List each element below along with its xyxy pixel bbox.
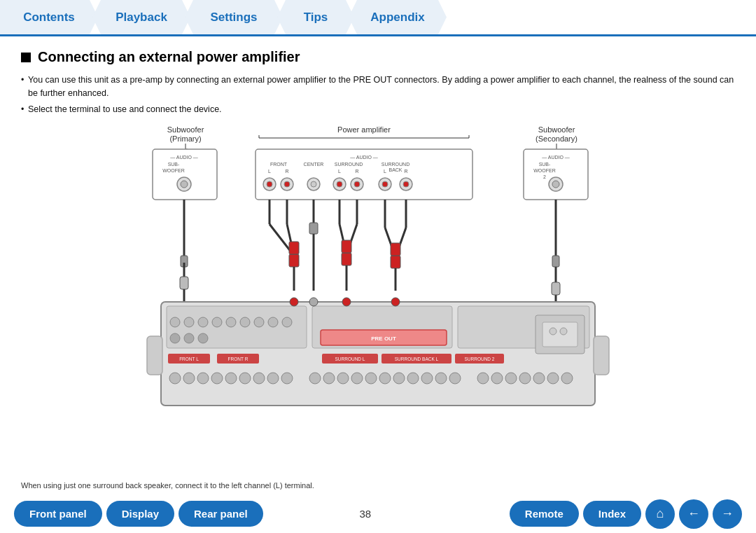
svg-text:— AUDIO —: — AUDIO — bbox=[350, 155, 378, 160]
svg-rect-74 bbox=[391, 256, 400, 268]
svg-text:SURROUND 2: SURROUND 2 bbox=[465, 357, 495, 361]
svg-rect-148 bbox=[594, 336, 609, 375]
tab-settings[interactable]: Settings bbox=[185, 0, 283, 34]
bullet-2: Select the terminal to use and connect t… bbox=[21, 103, 735, 116]
svg-point-132 bbox=[407, 373, 419, 384]
svg-point-95 bbox=[268, 317, 278, 327]
front-panel-button[interactable]: Front panel bbox=[14, 501, 102, 527]
svg-point-90 bbox=[198, 317, 208, 327]
svg-point-50 bbox=[552, 181, 559, 188]
svg-rect-78 bbox=[552, 256, 559, 267]
home-button[interactable]: ⌂ bbox=[645, 499, 675, 529]
svg-text:SURROUND: SURROUND bbox=[382, 162, 410, 167]
svg-point-125 bbox=[309, 373, 321, 384]
remote-button[interactable]: Remote bbox=[510, 501, 579, 527]
svg-point-99 bbox=[198, 333, 208, 343]
svg-rect-147 bbox=[147, 336, 162, 375]
svg-rect-67 bbox=[342, 253, 351, 265]
svg-point-39 bbox=[354, 181, 360, 187]
svg-text:SUB-: SUB- bbox=[168, 162, 180, 167]
svg-point-124 bbox=[281, 373, 293, 384]
svg-text:FRONT R: FRONT R bbox=[228, 357, 248, 361]
svg-text:FRONT: FRONT bbox=[270, 162, 288, 167]
svg-point-98 bbox=[184, 333, 194, 343]
svg-rect-57 bbox=[289, 254, 299, 267]
svg-point-118 bbox=[197, 373, 209, 384]
svg-point-133 bbox=[421, 373, 433, 384]
svg-point-126 bbox=[323, 373, 335, 384]
tab-tips[interactable]: Tips bbox=[277, 0, 354, 34]
svg-point-117 bbox=[183, 373, 195, 384]
svg-point-127 bbox=[337, 373, 349, 384]
svg-rect-144 bbox=[542, 322, 578, 347]
svg-point-37 bbox=[337, 181, 342, 187]
bottom-note: When using just one surround back speake… bbox=[21, 481, 314, 490]
svg-text:— AUDIO —: — AUDIO — bbox=[542, 155, 570, 160]
main-content: Connecting an external power amplifier Y… bbox=[0, 36, 756, 438]
svg-point-135 bbox=[449, 373, 461, 384]
forward-icon: → bbox=[721, 506, 734, 521]
svg-point-130 bbox=[379, 373, 391, 384]
svg-text:WOOFER: WOOFER bbox=[162, 168, 185, 173]
svg-point-43 bbox=[403, 181, 409, 187]
svg-point-122 bbox=[253, 373, 265, 384]
svg-text:BACK: BACK bbox=[388, 167, 402, 172]
svg-rect-80 bbox=[180, 277, 188, 289]
svg-point-138 bbox=[505, 373, 517, 384]
svg-text:L: L bbox=[268, 169, 271, 174]
svg-point-139 bbox=[519, 373, 531, 384]
display-button[interactable]: Display bbox=[106, 501, 174, 527]
svg-text:FRONT L: FRONT L bbox=[179, 357, 199, 361]
svg-point-146 bbox=[560, 328, 567, 335]
forward-button[interactable]: → bbox=[713, 499, 742, 529]
svg-point-16 bbox=[181, 181, 188, 188]
svg-point-120 bbox=[225, 373, 237, 384]
tab-appendix[interactable]: Appendix bbox=[349, 0, 447, 34]
back-button[interactable]: ← bbox=[679, 499, 708, 529]
svg-text:2: 2 bbox=[543, 174, 546, 179]
svg-point-136 bbox=[477, 373, 489, 384]
svg-text:L: L bbox=[338, 169, 341, 174]
svg-text:SUB-: SUB- bbox=[539, 162, 551, 167]
svg-point-121 bbox=[239, 373, 251, 384]
svg-point-92 bbox=[226, 317, 236, 327]
svg-point-119 bbox=[211, 373, 223, 384]
index-button[interactable]: Index bbox=[583, 501, 641, 527]
svg-point-105 bbox=[391, 298, 400, 306]
diagram-area: Subwoofer (Primary) Power amplifier Subw… bbox=[105, 123, 651, 424]
svg-text:WOOFER: WOOFER bbox=[533, 168, 556, 173]
home-icon: ⌂ bbox=[657, 506, 664, 521]
title-icon bbox=[21, 53, 31, 62]
svg-point-141 bbox=[547, 373, 559, 384]
svg-point-134 bbox=[435, 373, 447, 384]
svg-text:R: R bbox=[355, 169, 358, 174]
svg-rect-83 bbox=[552, 282, 560, 295]
svg-point-94 bbox=[254, 317, 264, 327]
svg-text:(Primary): (Primary) bbox=[169, 134, 201, 143]
svg-point-104 bbox=[342, 298, 351, 306]
svg-text:R: R bbox=[404, 169, 407, 174]
back-icon: ← bbox=[687, 506, 700, 521]
svg-text:Subwoofer: Subwoofer bbox=[538, 125, 575, 134]
svg-point-96 bbox=[282, 317, 292, 327]
svg-text:R: R bbox=[285, 169, 288, 174]
svg-point-88 bbox=[170, 317, 180, 327]
svg-text:Power amplifier: Power amplifier bbox=[337, 125, 391, 134]
svg-point-97 bbox=[170, 333, 180, 343]
svg-rect-68 bbox=[342, 240, 351, 253]
svg-point-33 bbox=[284, 181, 290, 187]
bullet-1: You can use this unit as a pre-amp by co… bbox=[21, 74, 735, 100]
tab-playback[interactable]: Playback bbox=[92, 0, 190, 34]
svg-text:Subwoofer: Subwoofer bbox=[167, 125, 204, 134]
svg-point-31 bbox=[267, 181, 272, 187]
tab-contents[interactable]: Contents bbox=[0, 0, 98, 34]
page-title: Connecting an external power amplifier bbox=[21, 49, 735, 65]
svg-text:SURROUND: SURROUND bbox=[335, 162, 363, 167]
svg-point-102 bbox=[290, 298, 298, 306]
svg-rect-75 bbox=[391, 243, 400, 256]
svg-point-89 bbox=[184, 317, 194, 327]
svg-text:SURROUND L: SURROUND L bbox=[335, 357, 365, 361]
svg-text:SURROUND BACK L: SURROUND BACK L bbox=[395, 357, 439, 361]
svg-point-103 bbox=[309, 298, 318, 306]
svg-point-91 bbox=[212, 317, 222, 327]
